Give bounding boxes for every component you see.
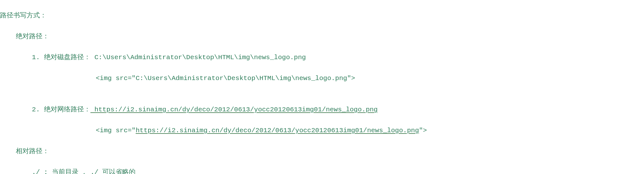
abs-path-header: 绝对路径： [0,33,49,40]
abs-disk-path: C:\Users\Administrator\Desktop\HTML\img\… [91,54,306,61]
abs-net-img-value: https://i2.sinaimg.cn/dy/deco/2012/0613/… [136,127,419,134]
abs-disk-img-suffix: "> [347,75,355,82]
abs-net-img-prefix: <img src=" [0,127,136,134]
abs-disk-label: 1. 绝对磁盘路径： [0,54,91,61]
abs-disk-img-value: C:\Users\Administrator\Desktop\HTML\img\… [136,75,347,82]
rel-path-header: 相对路径： [0,148,49,155]
comment-header: 路径书写方式： [0,12,47,19]
code-editor: 路径书写方式： 绝对路径： 1. 绝对磁盘路径： C:\Users\Admini… [0,0,644,174]
abs-net-img-suffix: "> [419,127,427,134]
abs-net-url: https://i2.sinaimg.cn/dy/deco/2012/0613/… [91,106,378,113]
abs-disk-img-prefix: <img src=" [0,75,136,82]
rel-line-1: ./ : 当前目录 , ./ 可以省略的 [0,169,136,174]
abs-net-label: 2. 绝对网络路径： [0,106,91,113]
